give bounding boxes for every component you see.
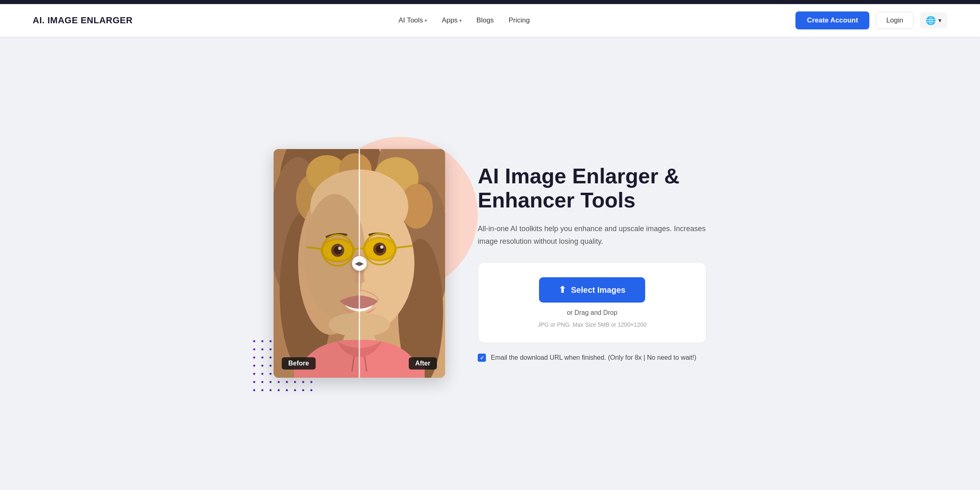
dot [270,356,272,359]
site-logo: AI. IMAGE ENLARGER [33,15,133,26]
dot [310,389,312,391]
hero-subtitle: All-in-one AI toolkits help you enhance … [478,223,706,247]
email-checkbox[interactable] [478,354,486,362]
dot [253,340,255,342]
email-row: Email the download URL when finished. (O… [478,353,706,363]
dot [253,389,255,391]
dot [286,381,288,383]
top-bar [0,0,980,4]
navbar: AI. IMAGE ENLARGER AI Tools ▾ Apps ▾ Blo… [0,4,980,37]
globe-icon: 🌐 [926,16,936,25]
dot [278,389,280,391]
lang-chevron-icon: ▾ [938,17,942,24]
drag-drop-text: or Drag and Drop [567,309,617,316]
dot [253,348,255,350]
hero-title: AI Image Enlarger & Enhancer Tools [478,164,706,213]
language-selector[interactable]: 🌐 ▾ [920,12,947,29]
dot [253,373,255,375]
dot [302,381,304,383]
dot [261,373,263,375]
before-label: Before [282,357,316,370]
dot [261,365,263,367]
dot [270,348,272,350]
dot [278,381,280,383]
nav-ai-tools[interactable]: AI Tools ▾ [399,16,427,24]
dot [261,356,263,359]
dot [286,389,288,391]
dot [270,365,272,367]
upload-icon: ⬆ [559,285,566,295]
svg-point-27 [380,245,383,249]
nav-blogs[interactable]: Blogs [477,16,494,24]
after-label: After [409,357,437,370]
select-images-button[interactable]: ⬆ Select Images [539,277,645,303]
file-info-text: JPG or PNG. Max Size 5MB or 1200×1200 [538,321,647,328]
nav-actions: Create Account Login 🌐 ▾ [795,11,947,29]
dot [261,389,263,391]
image-comparison[interactable]: ◀▶ Before After [274,149,445,378]
create-account-button[interactable]: Create Account [795,11,869,29]
dot [261,340,263,342]
dot [253,365,255,367]
nav-apps[interactable]: Apps ▾ [442,16,462,24]
svg-rect-36 [274,149,359,378]
main-content: // Will be rendered inline [0,37,980,490]
dot [302,389,304,391]
dot [253,356,255,359]
chevron-down-icon: ▾ [425,18,427,23]
dot [270,340,272,342]
dot [261,348,263,350]
dot [294,389,296,391]
right-content: AI Image Enlarger & Enhancer Tools All-i… [478,164,706,363]
upload-box[interactable]: ⬆ Select Images or Drag and Drop JPG or … [478,262,706,343]
chevron-down-icon: ▾ [459,18,462,23]
nav-links: AI Tools ▾ Apps ▾ Blogs Pricing [399,16,530,24]
image-comparison-wrapper: // Will be rendered inline [274,149,445,378]
login-button[interactable]: Login [876,12,913,29]
dot [270,373,272,375]
dot [310,381,312,383]
dot [261,381,263,383]
arrows-icon: ◀▶ [355,260,364,267]
nav-pricing[interactable]: Pricing [508,16,530,24]
dot [270,381,272,383]
comparison-divider-handle[interactable]: ◀▶ [352,256,367,271]
dot [294,381,296,383]
dot [253,381,255,383]
dot [270,389,272,391]
email-notice-text: Email the download URL when finished. (O… [491,353,696,363]
